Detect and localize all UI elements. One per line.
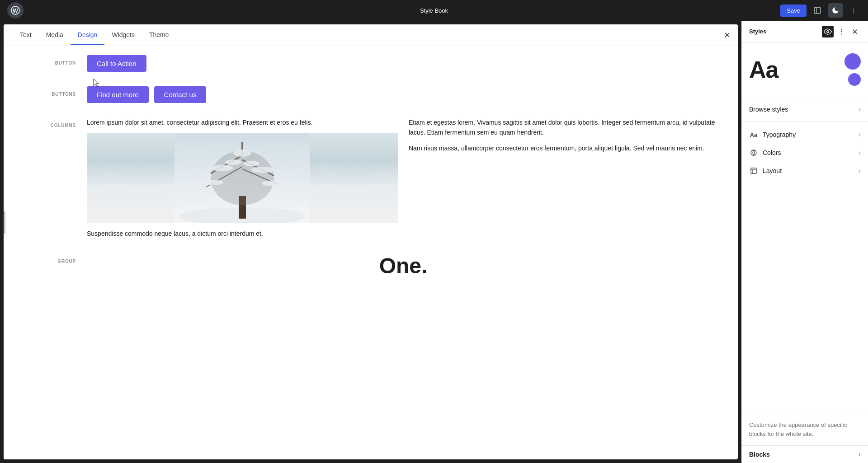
typography-chevron: ›: [859, 131, 861, 139]
svg-point-29: [751, 150, 756, 155]
colors-item[interactable]: Colors ›: [742, 144, 868, 162]
svg-point-20: [262, 181, 280, 186]
button-section-label: BUTTON: [22, 55, 76, 65]
svg-point-23: [827, 30, 829, 33]
wp-logo-icon[interactable]: W: [7, 2, 24, 19]
svg-text:W: W: [13, 8, 18, 14]
column-right: Etiam et egestas lorem. Vivamus sagittis…: [409, 117, 720, 239]
layout-label: Layout: [763, 167, 782, 174]
snow-tree-image: [87, 133, 398, 223]
call-to-action-button[interactable]: Call to Action: [87, 55, 146, 72]
topbar-left: W: [7, 2, 24, 19]
preview-typography: Aa: [749, 56, 778, 83]
typography-item-left: Aa Typography: [749, 130, 796, 139]
svg-point-5: [853, 10, 854, 11]
styles-close-button[interactable]: [849, 26, 861, 37]
button-section: BUTTON Call to Action: [22, 55, 720, 72]
close-stylebook-button[interactable]: ✕: [724, 31, 731, 39]
stylebook-content[interactable]: BUTTON Call to Action BUTTONS Find out m…: [4, 46, 738, 459]
browse-styles-left: Browse styles: [749, 106, 788, 113]
styles-description: Customize the appearance of specific blo…: [742, 413, 868, 445]
svg-point-18: [251, 167, 274, 173]
svg-point-10: [211, 151, 274, 205]
buttons-section-content: Find out more Contact us: [87, 86, 720, 103]
typography-label: Typography: [763, 131, 796, 138]
styles-panel-header: Styles: [742, 21, 868, 42]
stylebook-area: Text Media Design Widgets Theme ✕: [0, 21, 741, 463]
tab-media[interactable]: Media: [39, 26, 71, 45]
columns-layout: Lorem ipsum dolor sit amet, consectetur …: [87, 117, 720, 239]
typography-icon: Aa: [749, 130, 758, 139]
svg-point-24: [841, 28, 842, 29]
colors-label: Colors: [763, 149, 781, 156]
column-right-text1: Etiam et egestas lorem. Vivamus sagittis…: [409, 117, 720, 138]
preview-circles: [844, 53, 861, 86]
tabs-bar: Text Media Design Widgets Theme ✕: [4, 24, 738, 46]
tab-text[interactable]: Text: [13, 26, 39, 45]
styles-eye-button[interactable]: [822, 26, 834, 37]
svg-point-17: [211, 165, 233, 171]
column-left-text2: Suspendisse commodo neque lacus, a dictu…: [87, 229, 398, 239]
colors-icon: [749, 148, 758, 157]
column-left-text1: Lorem ipsum dolor sit amet, consectetur …: [87, 117, 398, 127]
find-out-more-button[interactable]: Find out more: [87, 86, 149, 103]
svg-point-26: [841, 33, 842, 34]
blocks-section[interactable]: Blocks ›: [742, 445, 868, 463]
browse-styles-item[interactable]: Browse styles ›: [742, 101, 868, 118]
blocks-label: Blocks: [749, 451, 770, 458]
group-section-content: One.: [87, 253, 720, 278]
layout-icon: [749, 166, 758, 175]
page-title: Style Book: [420, 7, 448, 14]
svg-point-22: [243, 161, 259, 166]
styles-panel-header-icons: [822, 26, 861, 37]
browse-styles-chevron: ›: [859, 105, 861, 113]
column-left: Lorem ipsum dolor sit amet, consectetur …: [87, 117, 398, 239]
svg-point-16: [233, 150, 251, 157]
svg-rect-30: [751, 168, 756, 173]
main-area: Text Media Design Widgets Theme ✕: [0, 21, 868, 463]
svg-point-6: [853, 12, 854, 13]
browse-styles-label: Browse styles: [749, 106, 788, 113]
group-large-text: One.: [87, 253, 720, 278]
scroll-indicator-left: [4, 211, 5, 234]
columns-section-label: COLUMNS: [22, 117, 76, 128]
contact-us-button[interactable]: Contact us: [154, 86, 207, 103]
tab-widgets[interactable]: Widgets: [104, 26, 142, 45]
styles-more-button[interactable]: [835, 26, 847, 37]
stylebook-container: Text Media Design Widgets Theme ✕: [4, 24, 738, 459]
column-right-text2: Nam risus massa, ullamcorper consectetur…: [409, 143, 720, 153]
more-options-button[interactable]: [846, 3, 861, 18]
svg-point-19: [205, 180, 223, 185]
columns-section-content: Lorem ipsum dolor sit amet, consectetur …: [87, 117, 720, 239]
group-section: GROUP One.: [22, 253, 720, 278]
menu-divider-1: [742, 122, 868, 122]
buttons-section-label: BUTTONS: [22, 86, 76, 97]
styles-menu: Browse styles › Aa Typography ›: [742, 97, 868, 413]
buttons-section: BUTTONS Find out more Contact us: [22, 86, 720, 103]
svg-rect-2: [814, 7, 821, 14]
save-button[interactable]: Save: [780, 5, 807, 17]
styles-panel-title: Styles: [749, 28, 766, 35]
tab-theme[interactable]: Theme: [142, 26, 176, 45]
buttons-row: Find out more Contact us: [87, 86, 720, 103]
styles-panel: Styles: [741, 21, 868, 463]
layout-item[interactable]: Layout ›: [742, 162, 868, 180]
style-preview: Aa: [742, 42, 868, 97]
tab-design[interactable]: Design: [71, 26, 105, 45]
preview-circle-small: [848, 73, 861, 86]
layout-toggle-button[interactable]: [810, 3, 825, 18]
svg-point-21: [225, 159, 241, 165]
columns-section: COLUMNS Lorem ipsum dolor sit amet, cons…: [22, 117, 720, 239]
typography-item[interactable]: Aa Typography ›: [742, 126, 868, 144]
colors-item-left: Colors: [749, 148, 781, 157]
topbar-right: Save: [780, 3, 861, 18]
svg-point-4: [853, 8, 854, 9]
layout-chevron: ›: [859, 167, 861, 175]
dark-mode-button[interactable]: [828, 3, 843, 18]
button-section-content: Call to Action: [87, 55, 720, 72]
topbar: W Style Book Save: [0, 0, 868, 21]
group-section-label: GROUP: [22, 253, 76, 264]
layout-item-left: Layout: [749, 166, 782, 175]
preview-circle-large: [844, 53, 861, 70]
colors-chevron: ›: [859, 149, 861, 157]
